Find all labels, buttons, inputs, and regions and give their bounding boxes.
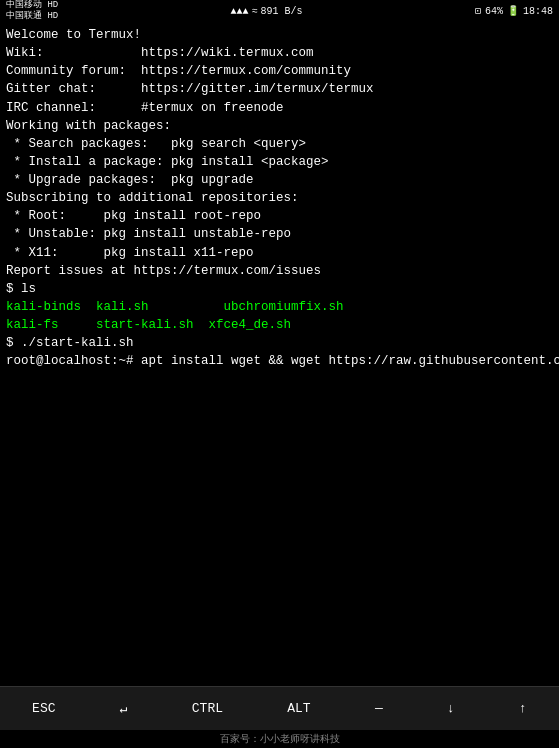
status-center: ▲▲▲ ≈ 891 B/s xyxy=(231,6,303,17)
terminal-line: Community forum: https://termux.com/comm… xyxy=(6,62,553,80)
terminal-line: * Search packages: pkg search <query> xyxy=(6,135,553,153)
carrier-info: 中国移动 HD 中国联通 HD xyxy=(6,0,58,22)
carrier1: 中国移动 HD xyxy=(6,0,58,11)
terminal-line: $ ls xyxy=(6,280,553,298)
signal-icon: ▲▲▲ xyxy=(231,6,249,17)
carrier2: 中国联通 HD xyxy=(6,11,58,22)
data-speed: 891 B/s xyxy=(261,6,303,17)
terminal-line: root@localhost:~# apt install wget && wg… xyxy=(6,352,553,370)
battery-percent: 64% xyxy=(485,6,503,17)
keyboard-button[interactable]: — xyxy=(367,697,391,720)
terminal-line: Report issues at https://termux.com/issu… xyxy=(6,262,553,280)
watermark: 百家号：小小老师呀讲科技 xyxy=(0,730,559,748)
terminal-line: $ ./start-kali.sh xyxy=(6,334,553,352)
terminal-line: kali-fs start-kali.sh xfce4_de.sh xyxy=(6,316,553,334)
screenshot-icon: ⊡ xyxy=(475,5,481,17)
keyboard-button[interactable]: ↵ xyxy=(112,697,136,721)
terminal-line: * X11: pkg install x11-repo xyxy=(6,244,553,262)
terminal-line: * Root: pkg install root-repo xyxy=(6,207,553,225)
terminal-line: Welcome to Termux! xyxy=(6,26,553,44)
battery-icon: 🔋 xyxy=(507,5,519,17)
terminal-line: kali-binds kali.sh ubchromiumfix.sh xyxy=(6,298,553,316)
status-right: ⊡ 64% 🔋 18:48 xyxy=(475,5,553,17)
clock: 18:48 xyxy=(523,6,553,17)
wifi-icon: ≈ xyxy=(252,6,258,17)
terminal-line: Working with packages: xyxy=(6,117,553,135)
keyboard-button[interactable]: ↓ xyxy=(439,697,463,720)
terminal-line: Subscribing to additional repositories: xyxy=(6,189,553,207)
bottom-bar: ESC↵CTRLALT—↓↑ xyxy=(0,686,559,730)
terminal-line: Gitter chat: https://gitter.im/termux/te… xyxy=(6,80,553,98)
terminal-line: IRC channel: #termux on freenode xyxy=(6,99,553,117)
keyboard-button[interactable]: ↑ xyxy=(511,697,535,720)
terminal-output: Welcome to Termux!Wiki: https://wiki.ter… xyxy=(0,22,559,686)
keyboard-button[interactable]: ALT xyxy=(279,697,318,720)
terminal-line: * Unstable: pkg install unstable-repo xyxy=(6,225,553,243)
terminal-line: * Install a package: pkg install <packag… xyxy=(6,153,553,171)
keyboard-button[interactable]: CTRL xyxy=(184,697,231,720)
terminal-line: * Upgrade packages: pkg upgrade xyxy=(6,171,553,189)
keyboard-button[interactable]: ESC xyxy=(24,697,63,720)
status-bar: 中国移动 HD 中国联通 HD ▲▲▲ ≈ 891 B/s ⊡ 64% 🔋 18… xyxy=(0,0,559,22)
terminal-line: Wiki: https://wiki.termux.com xyxy=(6,44,553,62)
